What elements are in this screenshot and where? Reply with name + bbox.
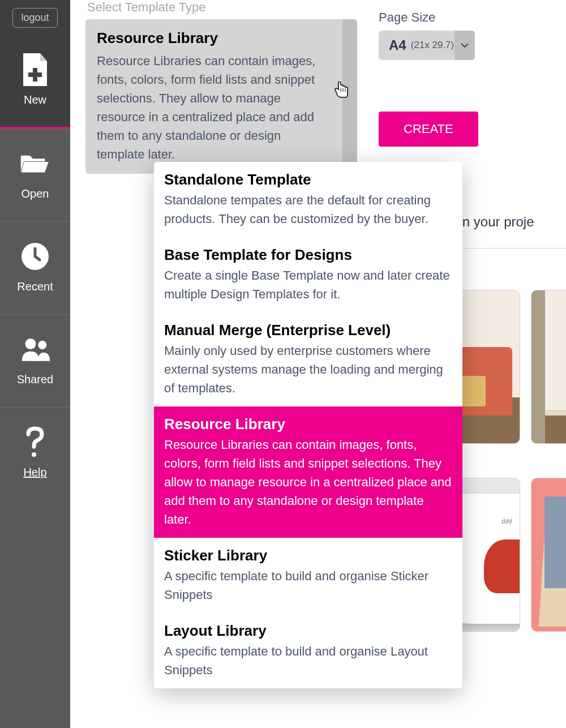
template-type-label: Select Template Type (87, 0, 566, 15)
nav-item-new[interactable]: New (0, 36, 70, 129)
option-title: Layout Library (164, 622, 452, 640)
option-description: A specific template to build and organis… (164, 567, 452, 604)
product-image (531, 290, 566, 443)
dropdown-option-resource-library[interactable]: Resource Library Resource Libraries can … (154, 406, 462, 538)
page-size-value: A4 (389, 37, 406, 53)
dropdown-option-sticker-library[interactable]: Sticker Library A specific template to b… (154, 538, 462, 613)
option-description: Standalone tempates are the default for … (164, 191, 452, 228)
page-size-label: Page Size (379, 10, 475, 25)
nav-item-shared[interactable]: Shared (0, 314, 70, 407)
new-file-icon (20, 56, 51, 83)
nav-label-recent: Recent (17, 280, 53, 293)
nav-label-open: Open (22, 187, 49, 200)
option-description: Resource Libraries can contain images, f… (164, 435, 452, 529)
svg-rect-1 (28, 72, 42, 77)
page-size-select[interactable]: A4 (21x 29.7) (379, 31, 475, 60)
main-content: Select Template Type Resource Library Re… (70, 0, 566, 728)
dropdown-option-standalone[interactable]: Standalone Template Standalone tempates … (154, 162, 462, 237)
option-description: Create a single Base Template now and la… (164, 266, 452, 303)
selected-template-description: Resource Libraries can contain images, f… (97, 52, 346, 164)
clock-icon (20, 243, 51, 270)
create-button[interactable]: CREATE (379, 112, 478, 147)
option-title: Resource Library (164, 416, 452, 433)
template-type-select[interactable]: Resource Library Resource Libraries can … (85, 19, 357, 174)
dropdown-option-manual-merge[interactable]: Manual Merge (Enterprise Level) Mainly o… (154, 312, 462, 406)
option-description: A specific template to build and organis… (164, 642, 452, 679)
option-title: Standalone Template (164, 171, 452, 189)
chevron-down-icon (454, 31, 475, 60)
product-card-framed[interactable] (531, 290, 566, 444)
nav-item-recent[interactable]: Recent (0, 221, 70, 314)
option-title: Sticker Library (164, 547, 452, 564)
dropdown-option-base-template[interactable]: Base Template for Designs Create a singl… (154, 237, 462, 312)
nav-item-help[interactable]: Help (0, 407, 70, 500)
users-icon (20, 336, 51, 363)
folder-open-icon (20, 150, 51, 177)
nav-label-new: New (24, 93, 46, 106)
svg-point-4 (38, 341, 46, 349)
option-title: Manual Merge (Enterprise Level) (164, 322, 452, 339)
nav-label-shared: Shared (17, 373, 54, 386)
dropdown-option-layout-library[interactable]: Layout Library A specific template to bu… (154, 613, 462, 688)
template-type-dropdown: Standalone Template Standalone tempates … (154, 162, 462, 688)
product-card-puzzle[interactable] (531, 478, 566, 632)
page-size-section: Page Size A4 (21x 29.7) (379, 10, 475, 60)
svg-point-3 (25, 339, 36, 349)
sidebar: logout New Open Recent (0, 0, 70, 728)
nav-item-open[interactable]: Open (0, 129, 70, 221)
svg-point-5 (32, 452, 36, 457)
page-size-dimensions: (21x 29.7) (411, 40, 454, 51)
question-icon (20, 429, 51, 456)
product-image (531, 478, 566, 631)
option-title: Base Template for Designs (164, 246, 452, 264)
selected-template-title: Resource Library (97, 29, 346, 47)
cursor-pointer-icon (334, 82, 350, 101)
logout-area: logout (0, 0, 70, 36)
nav-label-help: Help (23, 466, 46, 479)
logout-button[interactable]: logout (12, 8, 57, 28)
option-description: Mainly only used by enterprise customers… (164, 341, 452, 397)
